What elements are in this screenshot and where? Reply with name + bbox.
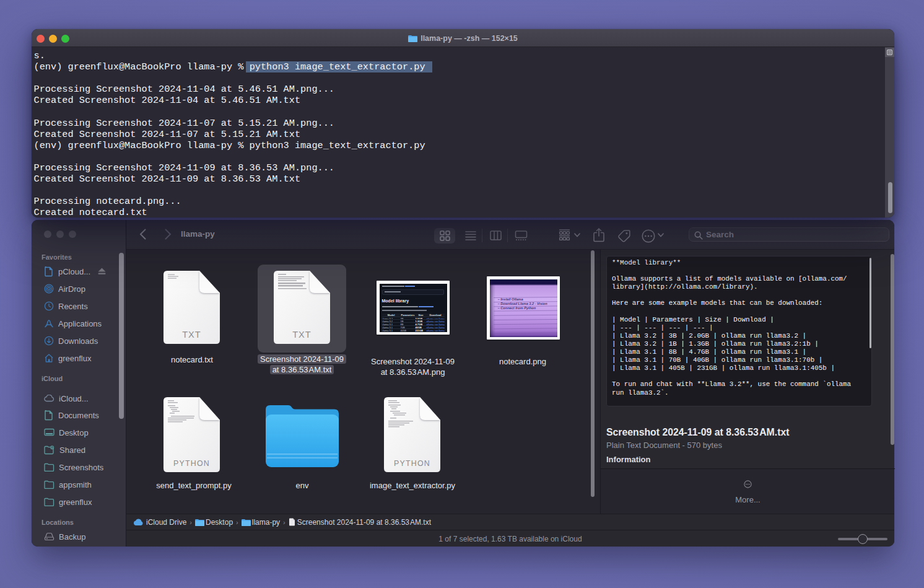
svg-text:TXT: TXT: [182, 330, 201, 340]
svg-text:PYTHON: PYTHON: [394, 459, 430, 468]
svg-text:TXT: TXT: [292, 330, 312, 340]
svg-text:PYTHON: PYTHON: [173, 459, 210, 468]
